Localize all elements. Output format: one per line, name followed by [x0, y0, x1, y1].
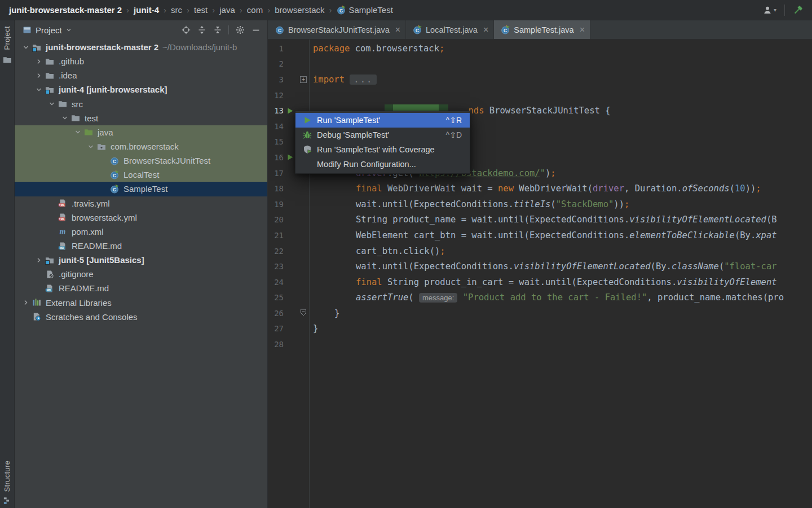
hide-button[interactable]	[249, 23, 263, 37]
tree-item-readme.md[interactable]: MDREADME.md	[15, 281, 267, 295]
run-gutter-icon[interactable]	[284, 154, 296, 161]
tree-toggle-arrow-icon[interactable]	[19, 43, 32, 52]
settings-icon	[236, 25, 245, 34]
code-line-19[interactable]: 19wait.until(ExpectedConditions.titleIs(…	[268, 196, 812, 212]
code-line-22[interactable]: 22cart_btn.click();	[268, 243, 812, 259]
tree-item-.gitignore[interactable]: .gitignore	[15, 267, 267, 281]
tree-item-junit-5[interactable]: junit-5 [Junit5Basics]	[15, 253, 267, 267]
code-line-text: wait.until(ExpectedConditions.titleIs("S…	[309, 199, 812, 209]
tree-toggle-arrow-icon[interactable]	[45, 99, 58, 108]
tree-toggle-arrow-icon[interactable]	[84, 142, 97, 151]
tree-item-browserstackjunittest[interactable]: CBrowserStackJUnitTest	[15, 154, 267, 168]
code-line-27[interactable]: 27}	[268, 321, 812, 337]
tree-toggle-arrow-icon[interactable]	[32, 71, 45, 80]
tree-toggle-arrow-icon[interactable]	[32, 57, 45, 66]
tree-item-label: browserstack.yml	[72, 213, 137, 222]
tree-item-.idea[interactable]: .idea	[15, 68, 267, 82]
menu-item-modify-run-configuration[interactable]: Modify Run Configuration...	[295, 157, 470, 172]
tree-item-src[interactable]: src	[15, 97, 267, 111]
code-line-28[interactable]: 28	[268, 336, 812, 352]
breadcrumb-item[interactable]: com	[247, 5, 263, 15]
tree-item-external[interactable]: External Libraries	[15, 296, 267, 310]
folder-src-icon	[84, 128, 93, 137]
tree-item-label: README.md	[59, 283, 109, 293]
breadcrumb-item[interactable]: CSampleTest	[337, 5, 393, 15]
svg-text:C: C	[278, 27, 281, 33]
code-line-1[interactable]: 1package com.browserstack;	[268, 41, 812, 56]
locate-button[interactable]	[179, 23, 193, 37]
tree-item-sampletest[interactable]: CSampleTest	[15, 182, 267, 196]
code-line-25[interactable]: 25assertTrue( message: "Product add to t…	[268, 290, 812, 306]
breadcrumb-separator: ›	[164, 5, 166, 15]
extlib-icon	[32, 298, 41, 307]
code-line-20[interactable]: 20String product_name = wait.until(Expec…	[268, 212, 812, 228]
locate-icon	[182, 25, 191, 34]
code-line-23[interactable]: 23wait.until(ExpectedConditions.visibili…	[268, 259, 812, 274]
tree-item-scratches[interactable]: Scratches and Consoles	[15, 310, 267, 324]
code-editor[interactable]: 1package com.browserstack;23+import ...1…	[268, 40, 812, 508]
breadcrumb-separator: ›	[126, 5, 129, 15]
md-icon: MD	[58, 242, 67, 251]
tree-item-pom.xml[interactable]: mpom.xml	[15, 225, 267, 239]
menu-item-debug-sampletest[interactable]: Debug 'SampleTest'^⇧D	[295, 128, 470, 142]
code-line-26[interactable]: 26}	[268, 305, 812, 321]
fold-expand-icon[interactable]: +	[300, 76, 307, 83]
code-line-2[interactable]: 2	[268, 56, 812, 72]
collapse-all-button[interactable]	[210, 23, 224, 37]
tool-window-button-project[interactable]: Project	[3, 26, 12, 64]
breadcrumb-item[interactable]: junit-4	[134, 5, 159, 15]
folder-root-icon	[45, 256, 54, 265]
tree-item-junit-browserstack-master[interactable]: junit-browserstack-master 2~/Downloads/j…	[15, 40, 267, 54]
code-line-21[interactable]: 21WebElement cart_btn = wait.until(Expec…	[268, 227, 812, 243]
settings-button[interactable]	[233, 23, 247, 37]
close-icon[interactable]: ×	[395, 25, 400, 34]
breadcrumb-item[interactable]: browserstack	[275, 5, 324, 15]
breadcrumb-item[interactable]: java	[219, 5, 235, 15]
tree-item-label: junit-browserstack-master 2	[46, 42, 158, 52]
tree-item-label: .github	[59, 56, 84, 66]
menu-item-run-sampletest[interactable]: Run 'SampleTest'^⇧R	[295, 113, 470, 128]
tree-item-localtest[interactable]: CLocalTest	[15, 168, 267, 182]
tree-item-browserstack.yml[interactable]: YMLbrowserstack.yml	[15, 211, 267, 225]
tree-item-junit-4[interactable]: junit-4 [junit-browserstack]	[15, 82, 267, 97]
close-icon[interactable]: ×	[483, 25, 488, 34]
tree-item-readme.md[interactable]: MDREADME.md	[15, 239, 267, 253]
tree-item-test[interactable]: test	[15, 111, 267, 125]
tree-item-label: java	[98, 128, 113, 137]
class-run-icon: C	[413, 25, 422, 34]
tree-item-java[interactable]: java	[15, 125, 267, 139]
tree-toggle-arrow-icon[interactable]	[32, 85, 45, 94]
tree-toggle-arrow-icon[interactable]	[58, 113, 71, 122]
breadcrumb-item[interactable]: test	[194, 5, 208, 15]
tree-toggle-arrow-icon[interactable]	[32, 256, 45, 265]
code-line-18[interactable]: 18final WebDriverWait wait = new WebDriv…	[268, 181, 812, 196]
tree-item-label: junit-5 [Junit5Basics]	[59, 255, 144, 265]
tree-item-label: .idea	[59, 71, 77, 80]
run-gutter-icon[interactable]	[284, 107, 296, 115]
expand-all-button[interactable]	[195, 23, 209, 37]
tree-item-com.browserstack[interactable]: com.browserstack	[15, 139, 267, 154]
tab-browserstackjunittest-java[interactable]: CBrowserStackJUnitTest.java×	[268, 20, 406, 39]
tool-window-button-structure[interactable]: Structure	[3, 461, 11, 505]
titlebar-separator	[784, 5, 785, 16]
tab-localtest-java[interactable]: CLocalTest.java×	[406, 20, 494, 39]
code-line-12[interactable]: 12	[268, 87, 812, 103]
project-panel-title[interactable]: Project	[36, 25, 62, 35]
breadcrumb-separator: ›	[187, 5, 189, 15]
chevron-down-icon[interactable]	[66, 27, 72, 33]
code-line-3[interactable]: 3+import ...	[268, 72, 812, 87]
user-menu-button[interactable]: ▾	[762, 5, 778, 16]
tab-sampletest-java[interactable]: CSampleTest.java×	[494, 20, 590, 39]
build-hammer-button[interactable]	[792, 4, 804, 16]
close-icon[interactable]: ×	[580, 25, 585, 34]
breadcrumb-item[interactable]: junit-browserstack-master 2	[9, 5, 122, 15]
tree-toggle-arrow-icon[interactable]	[19, 298, 32, 307]
code-line-24[interactable]: 24final String product_in_cart = wait.un…	[268, 274, 812, 290]
menu-item-run-sampletest-with-coverage[interactable]: Run 'SampleTest' with Coverage	[295, 142, 470, 157]
fold-end-icon[interactable]	[300, 308, 307, 318]
folder-icon	[71, 113, 80, 122]
tree-toggle-arrow-icon[interactable]	[71, 128, 84, 137]
breadcrumb-item[interactable]: src	[171, 5, 182, 15]
tree-item-.travis.yml[interactable]: YML.travis.yml	[15, 196, 267, 211]
tree-item-.github[interactable]: .github	[15, 54, 267, 68]
